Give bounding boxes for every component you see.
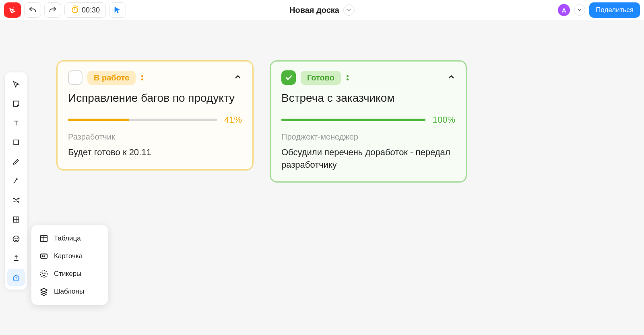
task-title[interactable]: Исправление багов по продукту	[68, 90, 242, 106]
svg-point-8	[42, 256, 43, 257]
svg-point-12	[45, 273, 45, 273]
progress-percent: 100%	[433, 115, 455, 125]
popup-label: Карточка	[54, 252, 83, 260]
svg-rect-6	[41, 236, 47, 242]
collapse-button[interactable]	[234, 73, 242, 82]
upload-icon	[12, 254, 20, 262]
task-note: Обсудили перечень доработок - передал ра…	[281, 146, 455, 171]
task-card-in-progress[interactable]: В работе Исправление багов по продукту 4…	[56, 60, 254, 171]
avatar-letter: А	[562, 7, 566, 14]
svg-point-9	[44, 256, 45, 257]
stickers-icon	[39, 269, 48, 278]
user-menu-dropdown[interactable]	[574, 4, 585, 16]
svg-point-11	[43, 273, 43, 273]
collapse-button[interactable]	[447, 73, 455, 82]
progress-percent: 41%	[224, 115, 242, 125]
svg-point-0	[72, 7, 78, 12]
sticky-note-tool[interactable]	[7, 95, 25, 113]
popup-item-table[interactable]: Таблица	[35, 231, 104, 246]
drag-handle-icon[interactable]	[141, 75, 143, 80]
share-button[interactable]: Поделиться	[589, 2, 640, 18]
user-avatar[interactable]: А	[558, 4, 570, 16]
check-icon	[285, 74, 293, 82]
chevron-down-icon	[347, 8, 351, 12]
popup-label: Стикеры	[54, 270, 81, 278]
pointer-icon	[12, 80, 20, 88]
task-checkbox[interactable]	[281, 70, 296, 85]
add-more-tool[interactable]	[7, 269, 25, 286]
table-icon	[39, 234, 48, 243]
arrow-curve-icon	[12, 177, 20, 185]
task-checkbox[interactable]	[68, 70, 83, 85]
status-pill[interactable]: В работе	[87, 71, 136, 85]
undo-icon	[28, 6, 37, 14]
popup-label: Шаблоны	[54, 288, 84, 296]
connector-tool[interactable]	[7, 172, 25, 190]
progress-fill	[281, 119, 425, 121]
shuffle-icon	[12, 196, 20, 204]
popup-label: Таблица	[54, 234, 81, 243]
house-plus-icon	[12, 273, 20, 282]
top-toolbar: 00:30 Новая доска А Поделиться	[0, 0, 644, 20]
stopwatch-icon	[70, 5, 79, 16]
status-pill[interactable]: Готово	[301, 71, 341, 85]
emoji-icon	[12, 235, 20, 243]
square-icon	[12, 138, 20, 146]
layers-icon	[39, 287, 48, 296]
card-icon	[39, 252, 48, 261]
task-title[interactable]: Встреча с заказчиком	[281, 90, 455, 106]
task-note: Будет готово к 20.11	[68, 146, 242, 159]
emoji-tool[interactable]	[7, 230, 25, 248]
add-tool-popup: Таблица Карточка Стикеры Шаблоны	[31, 225, 108, 305]
select-tool[interactable]	[7, 76, 25, 93]
pen-tool[interactable]	[7, 153, 25, 171]
grid-tool[interactable]	[7, 211, 25, 228]
svg-rect-1	[14, 140, 19, 145]
shape-tool[interactable]	[7, 134, 25, 151]
svg-point-4	[15, 238, 15, 238]
popup-item-stickers[interactable]: Стикеры	[35, 266, 104, 282]
upload-tool[interactable]	[7, 249, 25, 267]
popup-item-card[interactable]: Карточка	[35, 249, 104, 264]
tool-sidebar	[5, 72, 27, 290]
board-title-dropdown[interactable]	[343, 4, 355, 16]
note-icon	[12, 100, 20, 108]
svg-point-3	[13, 236, 19, 242]
redo-icon	[48, 6, 57, 14]
pencil-icon	[12, 158, 20, 166]
svg-point-5	[17, 238, 17, 238]
chevron-up-icon	[447, 73, 455, 81]
timer-value: 00:30	[82, 6, 100, 14]
logo-button[interactable]	[4, 2, 21, 18]
cursor-mode-button[interactable]	[109, 2, 126, 18]
text-tool[interactable]	[7, 114, 25, 132]
undo-button[interactable]	[24, 2, 41, 18]
text-icon	[12, 119, 20, 127]
timer-button[interactable]: 00:30	[64, 2, 106, 18]
chevron-up-icon	[234, 73, 242, 81]
grid-icon	[12, 216, 20, 224]
task-role: Разработчик	[68, 132, 242, 142]
cursor-flag-icon	[113, 6, 122, 14]
progress-bar	[281, 119, 425, 121]
popup-item-templates[interactable]: Шаблоны	[35, 284, 104, 299]
drag-handle-icon[interactable]	[347, 75, 349, 80]
redo-button[interactable]	[44, 2, 61, 18]
chevron-down-icon	[577, 8, 582, 12]
progress-fill	[68, 119, 129, 121]
svg-point-10	[41, 271, 47, 277]
progress-bar	[68, 119, 217, 121]
task-card-done[interactable]: Готово Встреча с заказчиком 100% Проджек…	[270, 60, 467, 183]
shuffle-tool[interactable]	[7, 191, 25, 209]
task-role: Проджект-менеджер	[281, 132, 455, 142]
board-title[interactable]: Новая доска	[289, 6, 339, 15]
